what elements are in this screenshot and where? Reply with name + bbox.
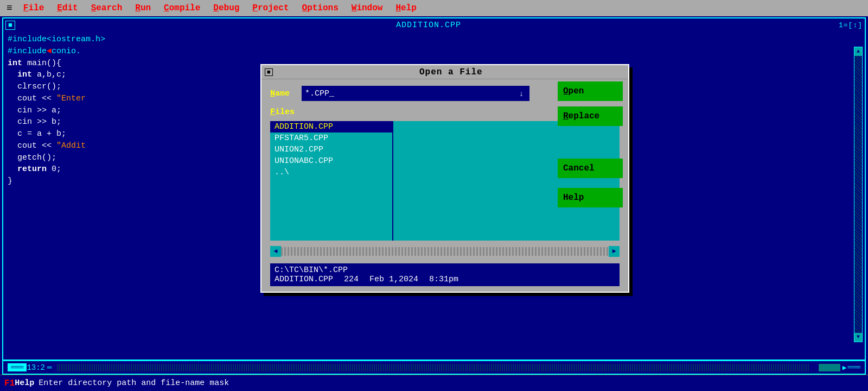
helpbar: F1 Help Enter directory path and file-na… <box>0 375 868 391</box>
name-dropdown-button[interactable]: ↓ <box>513 86 529 101</box>
menu-compile[interactable]: Compile <box>157 2 207 14</box>
f1-help-label: Help <box>15 379 34 388</box>
hscroll-right-arrow[interactable]: ► <box>609 246 620 257</box>
status-border-left: ═══ <box>8 363 27 371</box>
dialog-right-buttons: Open Replace Cancel Help <box>558 81 628 213</box>
menu-project[interactable]: Project <box>246 2 295 14</box>
name-input[interactable] <box>302 86 513 101</box>
file-item-pfstar5[interactable]: PFSTAR5.CPP <box>270 133 392 144</box>
dialog-status-date: Feb 1,2024 <box>369 275 418 284</box>
status-border-right: ═══ <box>848 363 860 371</box>
code-line-2: #include◄conio. <box>8 46 860 58</box>
cancel-button[interactable]: Cancel <box>558 159 623 178</box>
open-file-dialog[interactable]: ■ Open a File Name ↓ Files <box>260 64 629 293</box>
menu-file[interactable]: File <box>17 2 50 14</box>
editor-title: ADDITION.CPP <box>18 21 839 30</box>
status-scroll-arrow[interactable]: ▶ <box>843 363 847 372</box>
hscroll-left-arrow[interactable]: ◄ <box>270 246 281 257</box>
cursor-position: 13:2 <box>27 363 45 372</box>
menu-window[interactable]: Window <box>345 2 390 14</box>
menu-debug[interactable]: Debug <box>207 2 246 14</box>
dialog-system-icon[interactable]: ■ <box>265 68 273 76</box>
replace-button-wrapper: Replace <box>558 106 628 127</box>
dialog-status-path: C:\TC\BIN\*.CPP <box>275 266 615 275</box>
editor-scrollbar[interactable]: ▲ ▼ <box>854 47 863 342</box>
menu-search[interactable]: Search <box>85 2 129 14</box>
menu-run[interactable]: Run <box>129 2 157 14</box>
scrollbar-track[interactable] <box>854 56 862 333</box>
status-scroll-indicator[interactable] <box>819 364 840 371</box>
name-input-wrapper[interactable]: ↓ <box>302 86 529 101</box>
help-button[interactable]: Help <box>558 188 623 207</box>
file-list[interactable]: ADDITION.CPP PFSTAR5.CPP UNION2.CPP UNIO… <box>270 121 392 241</box>
scrollbar-up-arrow[interactable]: ▲ <box>854 47 862 56</box>
file-item-union2[interactable]: UNION2.CPP <box>270 144 392 155</box>
menu-edit[interactable]: Edit <box>50 2 84 14</box>
replace-button[interactable]: Replace <box>558 106 623 126</box>
open-button-wrapper: Open <box>558 81 628 102</box>
file-item-parent-dir[interactable]: ..\ <box>270 167 392 178</box>
helpbar-message: Enter directory path and file-name mask <box>39 379 229 388</box>
menubar: ≡ File Edit Search Run Compile Debug Pro… <box>0 0 868 16</box>
code-line-1: #include<iostream.h> <box>8 34 860 46</box>
hscroll-track[interactable] <box>281 247 609 256</box>
open-button[interactable]: Open <box>558 81 623 101</box>
editor-titlebar: ■ ADDITION.CPP 1=[↕] <box>2 17 866 31</box>
file-item-addition[interactable]: ADDITION.CPP <box>270 121 392 133</box>
dialog-status-filename: ADDITION.CPP <box>275 275 333 284</box>
dialog-status: C:\TC\BIN\*.CPP ADDITION.CPP 224 Feb 1,2… <box>270 263 620 286</box>
scrollbar-down-arrow[interactable]: ▼ <box>854 333 862 342</box>
dialog-titlebar: ■ Open a File <box>261 65 628 79</box>
menu-help[interactable]: Help <box>389 2 423 14</box>
status-border-mid: ═ <box>47 363 52 372</box>
main-content: ■ ADDITION.CPP 1=[↕] #include<iostream.h… <box>0 16 868 375</box>
file-item-unionabc[interactable]: UNIONABC.CPP <box>270 155 392 167</box>
f1-key-label: F1 <box>4 379 15 388</box>
editor-title-right: 1=[↕] <box>839 21 863 29</box>
menu-options[interactable]: Options <box>296 2 345 14</box>
cancel-button-wrapper: Cancel <box>558 159 628 179</box>
system-menu-icon[interactable]: ≡ <box>2 3 17 14</box>
dialog-status-file-info: ADDITION.CPP 224 Feb 1,2024 8:31pm <box>275 275 615 284</box>
bottom-scrollbar-track[interactable] <box>56 364 809 371</box>
dialog-status-time: 8:31pm <box>429 275 458 284</box>
help-button-wrapper: Help <box>558 188 628 209</box>
editor-system-icon[interactable]: ■ <box>5 21 15 30</box>
name-label: Name <box>270 89 297 98</box>
dialog-title: Open a File <box>277 67 625 77</box>
editor-statusbar: ═══ 13:2 ═ ▶ ═══ <box>2 361 866 375</box>
files-horizontal-scrollbar[interactable]: ◄ ► <box>270 246 620 257</box>
dialog-status-size: 224 <box>344 275 359 284</box>
